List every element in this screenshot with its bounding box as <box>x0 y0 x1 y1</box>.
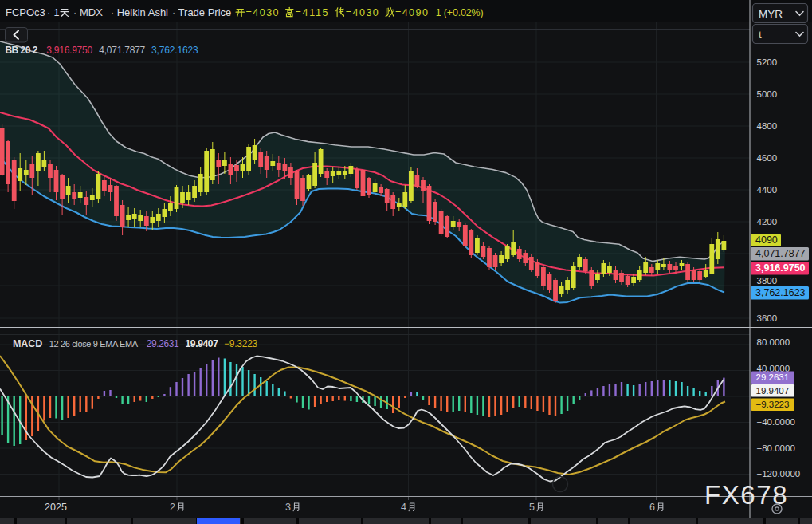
svg-text:4800: 4800 <box>757 121 778 131</box>
svg-text:=4090: =4090 <box>395 7 428 18</box>
svg-text:MYR: MYR <box>759 8 783 20</box>
svg-text:3,762.1623: 3,762.1623 <box>151 45 198 56</box>
svg-text:4090: 4090 <box>755 234 778 246</box>
svg-text:29.2631: 29.2631 <box>147 338 179 349</box>
svg-text:12 26 close 9 EMA EMA: 12 26 close 9 EMA EMA <box>49 339 139 349</box>
svg-text:−40.0000: −40.0000 <box>757 417 795 427</box>
svg-text:−9.3223: −9.3223 <box>224 338 258 349</box>
svg-text:=4030: =4030 <box>346 7 379 18</box>
svg-text:29.2631: 29.2631 <box>756 372 790 382</box>
svg-text:1: 1 <box>54 7 60 18</box>
svg-text:Heikin Ashi: Heikin Ashi <box>117 6 168 18</box>
svg-text:FX678: FX678 <box>704 480 788 510</box>
svg-text:19.9407: 19.9407 <box>186 338 219 349</box>
svg-text:·: · <box>111 7 114 18</box>
svg-text:BB 20 2: BB 20 2 <box>5 45 37 56</box>
svg-text:3: 3 <box>285 502 291 513</box>
svg-text:6: 6 <box>649 502 655 513</box>
svg-text:19.9407: 19.9407 <box>756 386 790 396</box>
svg-text:Trade Price: Trade Price <box>178 6 232 18</box>
svg-text:4600: 4600 <box>757 153 778 163</box>
svg-text:−9.3223: −9.3223 <box>756 400 790 409</box>
svg-text:5200: 5200 <box>757 57 778 67</box>
svg-text:FCPOc3: FCPOc3 <box>6 6 45 18</box>
svg-text:MDX: MDX <box>80 6 103 18</box>
svg-text:3800: 3800 <box>757 276 778 286</box>
svg-text:4200: 4200 <box>757 217 778 227</box>
svg-text:=4030: =4030 <box>246 7 279 18</box>
svg-text:3,916.9750: 3,916.9750 <box>755 262 806 274</box>
svg-text:2025: 2025 <box>45 502 67 513</box>
svg-text:MACD: MACD <box>13 338 43 349</box>
svg-text:−80.0000: −80.0000 <box>757 443 795 453</box>
svg-text:2: 2 <box>170 502 175 513</box>
svg-text:5000: 5000 <box>757 89 778 99</box>
svg-text:5: 5 <box>529 502 535 513</box>
svg-text:1 (+0.02%): 1 (+0.02%) <box>436 7 484 18</box>
svg-text:4,071.7877: 4,071.7877 <box>755 248 806 259</box>
svg-text:80.0000: 80.0000 <box>757 337 790 347</box>
svg-text:·: · <box>47 7 50 18</box>
svg-text:·: · <box>73 7 76 18</box>
svg-text:4400: 4400 <box>757 185 778 195</box>
svg-text:4,071.7877: 4,071.7877 <box>99 45 145 56</box>
svg-text:3,762.1623: 3,762.1623 <box>755 287 806 298</box>
svg-text:−120.0000: −120.0000 <box>757 469 801 479</box>
svg-text:·: · <box>172 7 175 18</box>
svg-text:3,916.9750: 3,916.9750 <box>46 45 92 56</box>
svg-text:4: 4 <box>401 502 406 513</box>
svg-text:3600: 3600 <box>757 313 778 323</box>
svg-text:t: t <box>759 29 762 41</box>
svg-text:=4115: =4115 <box>296 7 328 18</box>
